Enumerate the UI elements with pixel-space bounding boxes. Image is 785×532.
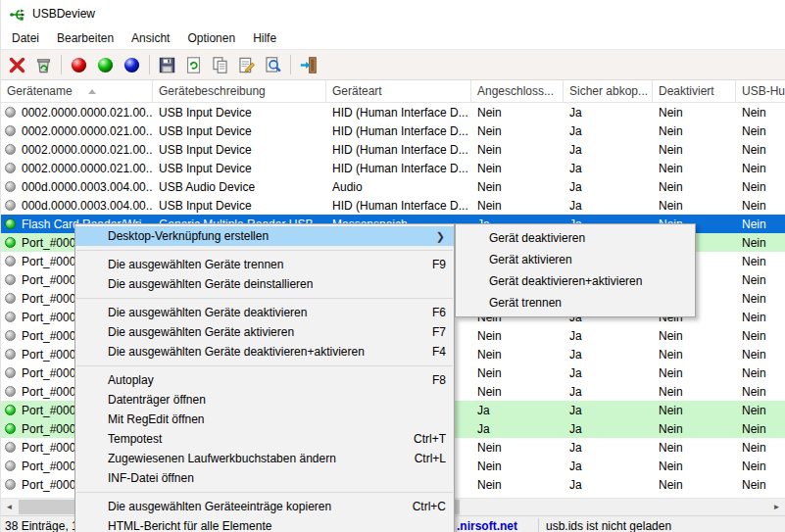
cell-dis: Nein — [653, 385, 736, 399]
cell-hub: Nein — [736, 404, 785, 417]
column-header-hub[interactable]: USB-Hub — [736, 80, 785, 102]
properties-icon — [237, 56, 256, 74]
disconnected-led-icon — [5, 367, 16, 378]
toolbar-button-properties[interactable] — [233, 52, 260, 77]
context-menu-item[interactable]: Datenträger öffnen — [75, 390, 454, 410]
toolbar-button-red-ball[interactable] — [66, 52, 92, 77]
toolbar-button-delete[interactable] — [4, 52, 30, 77]
context-menu-item[interactable]: Mit RegEdit öffnen — [75, 410, 454, 429]
device-name: Port_#000 — [22, 478, 75, 492]
menubar-item-hilfe[interactable]: Hilfe — [244, 29, 285, 47]
menubar-item-optionen[interactable]: Optionen — [178, 29, 244, 47]
menubar-item-ansicht[interactable]: Ansicht — [123, 29, 178, 47]
submenu-item[interactable]: Gerät aktivieren — [456, 249, 695, 270]
submenu-item[interactable]: Gerät deaktivieren+aktivieren — [456, 270, 695, 292]
device-name: Port_#000 — [22, 292, 75, 306]
context-menu-item[interactable]: Die ausgewählten Geräte trennenF9 — [75, 255, 454, 274]
column-header-name[interactable]: Gerätename — [1, 80, 153, 102]
context-menu-item[interactable]: INF-Datei öffnen — [75, 468, 454, 488]
nirsoft-link[interactable]: .nirsoft.net — [457, 519, 517, 532]
cell-safe: Ja — [564, 143, 653, 157]
delete-icon — [8, 56, 26, 74]
cell-dis: Nein — [653, 162, 736, 175]
context-menu-item[interactable]: AutoplayF8 — [75, 370, 454, 390]
column-header-conn[interactable]: Angeschloss... — [471, 80, 564, 102]
menu-item-label: Die ausgewählten Geräte trennen — [108, 258, 415, 271]
toolbar-button-exit[interactable] — [295, 52, 321, 77]
save-icon — [158, 56, 176, 74]
device-name: Port_#000 — [22, 441, 75, 455]
toolbar-button-refresh[interactable] — [180, 52, 207, 77]
device-name: Port_#000 — [22, 311, 75, 324]
toolbar-button-find[interactable] — [260, 52, 286, 77]
context-menu-item[interactable]: Desktop-Verknüpfung erstellen❯ — [75, 226, 454, 246]
disconnected-led-icon — [5, 293, 16, 304]
context-menu-item[interactable]: Die ausgewählten Geräte aktivierenF7 — [75, 322, 454, 342]
disconnected-led-icon — [5, 274, 16, 285]
menu-item-label: HTML-Bericht für alle Elemente — [108, 519, 446, 532]
context-menu-item[interactable]: TempotestCtrl+T — [75, 429, 454, 449]
toolbar-button-copy[interactable] — [207, 52, 233, 77]
menubar-item-datei[interactable]: Datei — [3, 29, 48, 47]
context-menu-item[interactable]: Die ausgewählten Geräte deinstallieren — [75, 274, 454, 294]
scroll-right-arrow-icon[interactable]: ► — [768, 499, 785, 515]
context-menu: Desktop-Verknüpfung erstellen❯Die ausgew… — [74, 223, 455, 532]
cell-safe: Ja — [564, 180, 653, 194]
device-name: 0002.0000.0000.021.00... — [22, 124, 153, 138]
device-row[interactable]: 0002.0000.0000.021.00...USB Input Device… — [1, 121, 785, 140]
submenu-item[interactable]: Gerät trennen — [456, 292, 695, 314]
disconnected-led-icon — [5, 200, 16, 211]
menu-item-label: Die ausgewählten Geräte deinstallieren — [108, 277, 446, 291]
device-row[interactable]: 0002.0000.0000.021.00...USB Input Device… — [1, 103, 785, 121]
toolbar-button-blue-ball[interactable] — [119, 52, 145, 77]
cell-dis: Nein — [653, 404, 736, 417]
menu-item-label: Die ausgewählten Geräte aktivieren — [108, 325, 415, 339]
device-row[interactable]: 0002.0000.0000.021.00...USB Input Device… — [1, 159, 785, 177]
cell-type: HID (Human Interface D... — [326, 106, 471, 120]
cell-type: HID (Human Interface D... — [326, 162, 471, 175]
context-menu-item[interactable]: Die ausgewählten Geräte deaktivierenF6 — [75, 303, 454, 322]
context-menu-item[interactable]: HTML-Bericht für alle Elemente — [75, 516, 454, 532]
device-name: 000d.0000.0003.004.00... — [22, 199, 153, 213]
menubar-item-bearbeiten[interactable]: Bearbeiten — [48, 29, 123, 47]
cell-hub: Nein — [736, 385, 785, 399]
menu-bar: DateiBearbeitenAnsichtOptionenHilfe — [1, 27, 785, 49]
cell-safe: Ja — [564, 124, 653, 138]
cell-conn: Nein — [471, 180, 564, 194]
title-bar: USBDeview — [1, 0, 785, 27]
refresh-icon — [184, 56, 203, 74]
device-name-cell: 000d.0000.0003.004.00... — [1, 180, 153, 194]
column-header-safe[interactable]: Sicher abkop... — [564, 80, 653, 102]
menu-item-label: Die ausgewählten Geräteeinträge kopieren — [108, 500, 395, 513]
toolbar-button-uninstall[interactable] — [30, 52, 57, 77]
device-name: Port_#000 — [22, 348, 75, 362]
scroll-left-arrow-icon[interactable]: ◄ — [1, 499, 18, 515]
device-row[interactable]: 0002.0000.0000.021.00...USB Input Device… — [1, 140, 785, 159]
cell-hub: Nein — [736, 255, 785, 268]
toolbar-button-save[interactable] — [154, 52, 180, 77]
column-header-type[interactable]: Geräteart — [326, 80, 471, 102]
submenu-item[interactable]: Gerät deaktivieren — [456, 227, 695, 249]
exit-icon — [299, 56, 318, 74]
column-header-label: Geräteart — [332, 84, 382, 98]
device-row[interactable]: 000d.0000.0003.004.00...USB Audio Device… — [1, 177, 785, 196]
cell-dis: Nein — [653, 459, 736, 473]
column-header-dis[interactable]: Deaktiviert — [653, 80, 736, 102]
cell-hub: Nein — [736, 459, 785, 473]
menu-item-label: Tempotest — [108, 432, 396, 446]
cell-hub: Nein — [736, 236, 785, 250]
menu-item-label: Autoplay — [108, 373, 415, 387]
context-menu-item[interactable]: Die ausgewählten Geräteeinträge kopieren… — [75, 497, 454, 516]
menu-item-shortcut: Ctrl+T — [414, 432, 446, 446]
context-menu-item[interactable]: Die ausgewählten Geräte deaktivieren+akt… — [75, 342, 454, 362]
cell-conn: Nein — [471, 124, 564, 138]
context-menu-item[interactable]: Zugewiesenen Laufwerkbuchstaben ändernCt… — [75, 449, 454, 468]
cell-hub: Nein — [736, 106, 785, 120]
device-name: Port_#000 — [22, 329, 75, 343]
toolbar-button-green-ball[interactable] — [92, 52, 119, 77]
cell-safe: Ja — [564, 459, 653, 473]
device-row[interactable]: 000d.0000.0003.004.00...USB Input Device… — [1, 196, 785, 215]
disconnected-led-icon — [5, 312, 16, 322]
column-header-desc[interactable]: Gerätebeschreibung — [153, 80, 326, 102]
cell-safe: Ja — [564, 162, 653, 175]
